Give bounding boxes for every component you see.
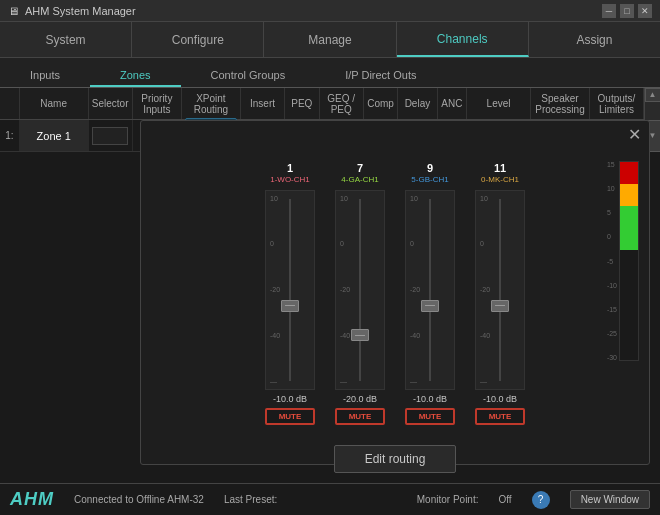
th-insert: Insert xyxy=(241,88,285,119)
sub-nav: Inputs Zones Control Groups I/P Direct O… xyxy=(0,58,660,88)
channel-2-label: 7 4-GA-CH1 xyxy=(341,161,378,186)
subnav-inputs[interactable]: Inputs xyxy=(0,65,90,87)
title-bar: 🖥 AHM System Manager ─ □ ✕ xyxy=(0,0,660,22)
channel-2-db: -20.0 dB xyxy=(343,394,377,404)
vu-red xyxy=(620,162,638,184)
channel-strip-1: 1 1-WO-CH1 100-20-40— -10.0 dB MUTE xyxy=(260,161,320,425)
channel-strip-4: 11 0-MK-CH1 100-20-40— -10.0 dB MUTE xyxy=(470,161,530,425)
th-geq: GEQ / PEQ xyxy=(320,88,364,119)
channel-1-label: 1 1-WO-CH1 xyxy=(270,161,310,186)
scrollbar[interactable]: ▲ xyxy=(644,88,660,120)
th-outputs: Outputs/ Limiters xyxy=(590,88,644,119)
channel-3-db: -10.0 dB xyxy=(413,394,447,404)
channel-1-thumb[interactable] xyxy=(281,300,299,312)
vu-scale: 15 10 5 0 -5 -10 -15 -25 -30 xyxy=(607,161,617,361)
channel-1-db: -10.0 dB xyxy=(273,394,307,404)
app-title: AHM System Manager xyxy=(25,5,136,17)
channel-1-mute[interactable]: MUTE xyxy=(265,408,315,425)
close-popup-button[interactable]: ✕ xyxy=(628,127,641,143)
channel-4-db: -10.0 dB xyxy=(483,394,517,404)
th-name: Name xyxy=(20,88,89,119)
vu-orange xyxy=(620,184,638,206)
th-selector: Selector xyxy=(89,88,133,119)
status-bar: AHM Connected to Offline AHM-32 Last Pre… xyxy=(0,483,660,515)
subnav-control-groups[interactable]: Control Groups xyxy=(181,65,316,87)
channel-3-fader[interactable]: 100-20-40— xyxy=(405,190,455,390)
th-priority: Priority Inputs xyxy=(133,88,182,119)
nav-channels[interactable]: Channels xyxy=(397,22,529,57)
th-level: Level xyxy=(467,88,531,119)
ahm-logo: AHM xyxy=(10,489,54,510)
new-window-button[interactable]: New Window xyxy=(570,490,650,509)
main-nav: System Configure Manage Channels Assign xyxy=(0,22,660,58)
channel-3-mute[interactable]: MUTE xyxy=(405,408,455,425)
vu-green-top xyxy=(620,206,638,250)
table-header: Name Selector Priority Inputs XPoint Rou… xyxy=(0,88,660,120)
nav-manage[interactable]: Manage xyxy=(264,22,396,57)
channel-4-fader[interactable]: 100-20-40— xyxy=(475,190,525,390)
vu-inactive xyxy=(620,250,638,360)
nav-system[interactable]: System xyxy=(0,22,132,57)
th-xpoint: XPoint Routing xyxy=(182,88,241,119)
channel-1-fader[interactable]: 100-20-40— xyxy=(265,190,315,390)
channel-3-label: 9 5-GB-CH1 xyxy=(411,161,448,186)
monitor-point-value: Off xyxy=(498,494,511,505)
edit-routing-button[interactable]: Edit routing xyxy=(334,445,457,473)
channel-2-mute[interactable]: MUTE xyxy=(335,408,385,425)
monitor-point-label: Monitor Point: xyxy=(417,494,479,505)
zone-name[interactable]: Zone 1 xyxy=(20,120,89,151)
last-preset-label: Last Preset: xyxy=(224,494,277,505)
connection-status: Connected to Offline AHM-32 xyxy=(74,494,204,505)
channel-strip-3: 9 5-GB-CH1 100-20-40— -10.0 dB MUTE xyxy=(400,161,460,425)
channel-3-thumb[interactable] xyxy=(421,300,439,312)
close-button[interactable]: ✕ xyxy=(638,4,652,18)
channel-4-label: 11 0-MK-CH1 xyxy=(481,161,519,186)
th-peq: PEQ xyxy=(285,88,319,119)
nav-configure[interactable]: Configure xyxy=(132,22,264,57)
subnav-zones[interactable]: Zones xyxy=(90,65,181,87)
channels-area: 1 1-WO-CH1 100-20-40— -10.0 dB MUTE 7 4-… xyxy=(141,121,649,435)
channel-2-fader[interactable]: 100-20-40— xyxy=(335,190,385,390)
app-icon: 🖥 xyxy=(8,5,19,17)
maximize-button[interactable]: □ xyxy=(620,4,634,18)
th-delay: Delay xyxy=(398,88,437,119)
channel-2-thumb[interactable] xyxy=(351,329,369,341)
channel-strip-2: 7 4-GA-CH1 100-20-40— -20.0 dB MUTE xyxy=(330,161,390,425)
channel-4-mute[interactable]: MUTE xyxy=(475,408,525,425)
nav-assign[interactable]: Assign xyxy=(529,22,660,57)
th-num xyxy=(0,88,20,119)
minimize-button[interactable]: ─ xyxy=(602,4,616,18)
zone-number: 1: xyxy=(0,120,20,151)
th-comp: Comp xyxy=(364,88,398,119)
th-speaker-processing: Speaker Processing xyxy=(531,88,590,119)
help-button[interactable]: ? xyxy=(532,491,550,509)
vu-meter xyxy=(619,161,639,361)
zone-selector[interactable] xyxy=(89,120,133,151)
th-anc: ANC xyxy=(438,88,468,119)
popup-panel: ✕ 15 10 5 0 -5 -10 -15 -25 -30 1 1-WO-CH… xyxy=(140,120,650,465)
subnav-ip-direct-outs[interactable]: I/P Direct Outs xyxy=(315,65,446,87)
scroll-up-arrow[interactable]: ▲ xyxy=(645,88,660,102)
channel-4-thumb[interactable] xyxy=(491,300,509,312)
